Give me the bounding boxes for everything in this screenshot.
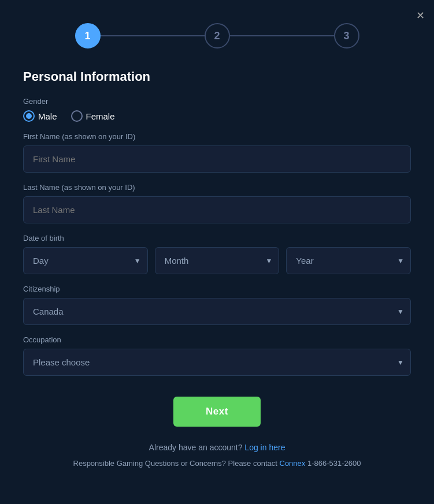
occupation-label: Occupation: [23, 335, 411, 344]
modal-container: ✕ 1 2 3 Personal Information Gender Male…: [0, 0, 434, 504]
step-3: 3: [334, 23, 359, 48]
step-line-2: [230, 35, 334, 36]
dob-row: Day ▼ Month ▼ Year ▼: [23, 247, 411, 274]
footer-account: Already have an account? Log in here: [23, 443, 411, 452]
occupation-select[interactable]: Please choose: [23, 349, 411, 376]
last-name-label: Last Name (as shown on your ID): [23, 183, 411, 192]
close-button[interactable]: ✕: [416, 9, 425, 22]
month-select-wrap: Month ▼: [155, 247, 280, 274]
male-label: Male: [38, 111, 57, 121]
responsible-text: Responsible Gaming Questions or Concerns…: [73, 459, 277, 468]
citizenship-label: Citizenship: [23, 285, 411, 293]
gender-female-option[interactable]: Female: [71, 110, 115, 122]
male-radio[interactable]: [23, 110, 35, 122]
citizenship-select[interactable]: Canada: [23, 298, 411, 325]
dob-label: Date of birth: [23, 234, 411, 242]
step-2: 2: [205, 23, 230, 48]
footer-responsible: Responsible Gaming Questions or Concerns…: [23, 459, 411, 468]
gender-label: Gender: [23, 97, 411, 106]
day-select[interactable]: Day: [23, 247, 148, 274]
gender-male-option[interactable]: Male: [23, 110, 57, 122]
connex-link[interactable]: Connex: [280, 459, 306, 468]
step-line-1: [101, 35, 205, 36]
stepper: 1 2 3: [23, 23, 411, 48]
citizenship-select-wrap: Canada ▼: [23, 298, 411, 325]
page-title: Personal Information: [23, 69, 411, 84]
first-name-label: First Name (as shown on your ID): [23, 132, 411, 141]
year-select[interactable]: Year: [286, 247, 411, 274]
occupation-select-wrap: Please choose ▼: [23, 349, 411, 376]
month-select[interactable]: Month: [155, 247, 280, 274]
last-name-input[interactable]: [23, 196, 411, 223]
gender-field: Male Female: [23, 110, 411, 122]
first-name-input[interactable]: [23, 145, 411, 173]
step-1: 1: [75, 23, 101, 48]
phone-number: 1-866-531-2600: [307, 459, 361, 468]
account-text: Already have an account?: [149, 443, 243, 452]
male-radio-inner: [26, 113, 32, 119]
login-link[interactable]: Log in here: [244, 443, 285, 452]
female-label: Female: [86, 111, 115, 121]
year-select-wrap: Year ▼: [286, 247, 411, 274]
female-radio[interactable]: [71, 110, 83, 122]
day-select-wrap: Day ▼: [23, 247, 148, 274]
next-button[interactable]: Next: [173, 397, 261, 427]
